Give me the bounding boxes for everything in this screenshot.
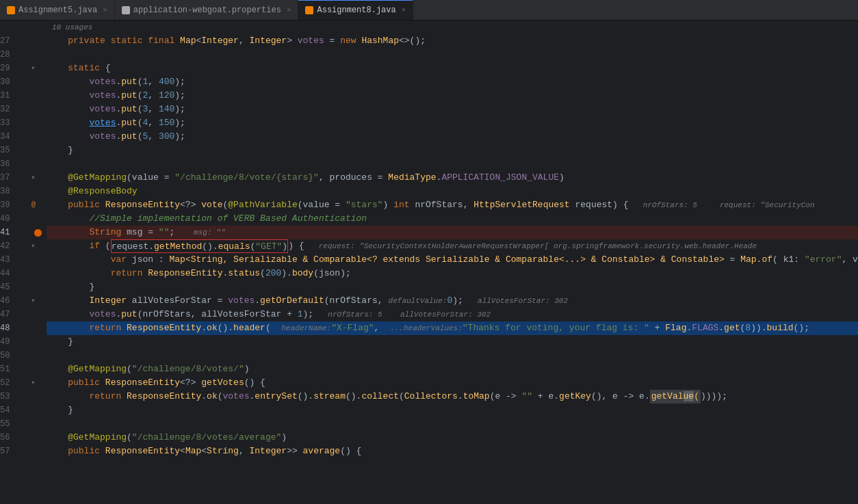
code-line-48: return ResponseEntity. ok(). header( hea…	[47, 321, 858, 335]
ann-getmapping2: @GetMapping	[68, 362, 127, 376]
fn-getkey: getKey	[559, 390, 591, 403]
fn-put3: put	[121, 103, 137, 116]
field-votes5: votes	[89, 130, 116, 144]
icon-37[interactable]: ▼	[31, 171, 44, 185]
lnum-38-text: 38	[0, 185, 10, 198]
icon-51	[31, 362, 44, 376]
fn-entryset: entrySet	[255, 390, 297, 403]
indent	[47, 403, 68, 417]
lnum-46: 46	[0, 294, 26, 308]
lnum-33-text: 33	[0, 116, 10, 130]
cls-httpservletrequest: HttpServletRequest	[473, 198, 569, 212]
lnum-36: 36	[0, 157, 26, 171]
field-votes: votes	[298, 34, 324, 48]
lnum-33: 33	[0, 116, 26, 130]
lnum-spacer-text	[0, 21, 5, 34]
fn-getvalue-highlighted: getValue(	[650, 390, 701, 403]
icon-43	[31, 253, 44, 267]
code-lines[interactable]: 10 usages private static final Map<Integ…	[44, 21, 858, 504]
icon-52[interactable]: ▼	[31, 376, 44, 390]
cls-integer: Integer	[201, 34, 239, 48]
lnum-27-text: 27	[0, 34, 10, 48]
code-line-52: public ResponseEntity<?> getVotes() {	[47, 376, 858, 390]
icon-46[interactable]: ▼	[31, 294, 44, 308]
cls-string: String	[207, 445, 239, 458]
num-200: 200	[265, 267, 281, 280]
num-400: 400	[159, 75, 174, 89]
lnum-49-text: 49	[0, 335, 10, 349]
num-8: 8	[745, 321, 751, 335]
tab-title-assignment5: Assignment5.java	[18, 5, 97, 15]
field-votes7: votes	[89, 308, 116, 321]
fn-vote: vote	[201, 198, 222, 212]
fn-put2: put	[121, 89, 137, 103]
fn-getvotes: getVotes	[201, 376, 244, 390]
icon-54	[31, 403, 44, 417]
indent	[47, 198, 68, 212]
icon-40	[31, 212, 44, 226]
lnum-28-text: 28	[0, 48, 10, 62]
lnum-36-text: 36	[0, 157, 10, 171]
hint-request: request: "SecurityContextHolderAwareRequ…	[310, 239, 757, 253]
lnum-57: 57	[0, 445, 26, 458]
code-line-32: votes. put( 3, 140);	[47, 103, 858, 116]
icon-49	[31, 335, 44, 349]
lnum-31-text: 31	[0, 89, 10, 103]
lnum-57-text: 57	[0, 445, 10, 458]
icon-29[interactable]: ▼	[31, 62, 44, 75]
tab-close-assignment8[interactable]: ×	[402, 6, 406, 14]
usages-hint: 10 usages	[52, 21, 92, 34]
tab-assignment5[interactable]: Assignment5.java ×	[0, 1, 115, 20]
type-map-complex: Map<String, Serializable & Comparable<? …	[169, 253, 724, 267]
icon-42[interactable]: ▼	[31, 239, 44, 253]
lnum-29-text: 29	[0, 62, 10, 75]
lnum-28: 28	[0, 48, 26, 62]
tab-bar: Assignment5.java × application-webgoat.p…	[0, 0, 858, 21]
icon-column[interactable]: ▼ ▼ @ ▼ ▼ ▼	[31, 21, 44, 504]
lnum-35-text: 35	[0, 144, 10, 157]
code-line-45: }	[47, 280, 858, 294]
lnum-30: 30	[0, 75, 26, 89]
indent	[47, 34, 68, 48]
indent	[47, 226, 89, 239]
lnum-34-text: 34	[0, 130, 10, 144]
kw-final: final	[148, 34, 174, 48]
var-nrofstars2: nrOfStars	[330, 294, 378, 308]
lnum-31: 31	[0, 89, 26, 103]
fn-put6: put	[121, 308, 137, 321]
icon-41[interactable]	[31, 226, 44, 239]
icon-56	[31, 431, 44, 445]
indent	[47, 362, 68, 376]
tab-properties[interactable]: application-webgoat.properties ×	[115, 1, 299, 20]
code-line-28	[47, 48, 858, 62]
indent	[47, 89, 89, 103]
tab-assignment8[interactable]: Assignment8.java ×	[298, 0, 413, 20]
breakpoint-icon-41	[34, 229, 42, 237]
tab-close-assignment5[interactable]: ×	[103, 6, 107, 14]
code-line-38: @ResponseBody	[47, 185, 858, 198]
cls-responseentity4: ResponseEntity	[105, 376, 180, 390]
tab-close-properties[interactable]: ×	[287, 6, 291, 14]
field-votes-link[interactable]: votes	[89, 116, 116, 130]
cls-responseentity6: ResponseEntity	[105, 445, 180, 458]
lnum-48-text: 48	[0, 321, 10, 335]
indent	[47, 212, 89, 226]
icon-57	[31, 445, 44, 458]
num-150: 150	[159, 116, 174, 130]
var-nrofstars: nrOfStars	[415, 198, 463, 212]
tab-title-properties: application-webgoat.properties	[133, 5, 281, 15]
fn-status: status	[228, 267, 260, 280]
hint-defaultval: defaultValue:	[389, 294, 447, 308]
tab-title-assignment8: Assignment8.java	[317, 5, 395, 15]
icon-28	[31, 48, 44, 62]
str-votes-path: "/challenge/8/votes/"	[132, 362, 244, 376]
code-line-35: }	[47, 144, 858, 157]
line-number-column: 27 28 29 30 31 32 33 34 35 36 37 38 39 4…	[0, 21, 31, 504]
lnum-47: 47	[0, 308, 26, 321]
icon-50	[31, 349, 44, 362]
lnum-32-text: 32	[0, 103, 10, 116]
ann-getmapping3: @GetMapping	[68, 431, 127, 445]
icon-36	[31, 157, 44, 171]
indent	[47, 267, 111, 280]
indent	[47, 239, 89, 253]
